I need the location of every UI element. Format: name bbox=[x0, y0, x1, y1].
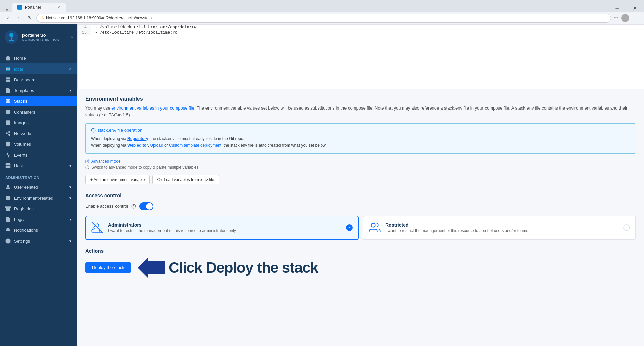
restricted-radio[interactable] bbox=[623, 224, 630, 231]
sidebar-item-events[interactable]: Events bbox=[0, 149, 77, 160]
restricted-card[interactable]: Restricted I want to restrict the manage… bbox=[363, 216, 636, 240]
access-control-toggle[interactable] bbox=[139, 202, 153, 210]
stacks-icon bbox=[5, 98, 11, 104]
arrow-left-icon bbox=[138, 258, 165, 278]
logs-chevron-icon: ▼ bbox=[68, 218, 72, 221]
sidebar-item-env-related[interactable]: Environment-related ▼ bbox=[0, 192, 77, 203]
sidebar-item-logs-label: Logs bbox=[14, 217, 24, 222]
svg-point-1 bbox=[9, 33, 13, 37]
sidebar-item-home[interactable]: Home bbox=[0, 53, 77, 63]
browser-tab[interactable]: Portainer ✕ bbox=[12, 3, 66, 12]
bookmark-icon[interactable]: ☆ bbox=[614, 15, 618, 21]
line-number-15: 15 bbox=[78, 30, 91, 35]
minimize-button[interactable]: ─ bbox=[613, 4, 621, 12]
settings-chevron-icon: ▼ bbox=[68, 239, 72, 243]
svg-rect-8 bbox=[8, 80, 10, 82]
user-related-chevron-icon: ▼ bbox=[68, 185, 72, 189]
env-variables-title: Environment variables bbox=[85, 96, 636, 102]
host-icon bbox=[5, 163, 11, 168]
actions-section: Actions Deploy the stack Click Deploy th… bbox=[85, 248, 636, 278]
access-control-toggle-row: Enable access control bbox=[85, 202, 636, 210]
svg-point-18 bbox=[6, 133, 7, 134]
svg-point-17 bbox=[9, 131, 10, 132]
reload-button[interactable]: ↻ bbox=[26, 14, 34, 22]
info-box-content: When deploying via Repository, the stack… bbox=[91, 135, 630, 149]
security-label: Not secure bbox=[46, 16, 65, 20]
sidebar-item-networks[interactable]: Networks bbox=[0, 128, 77, 139]
info-box-title: stack.env file operation bbox=[91, 128, 630, 133]
sidebar-item-networks-label: Networks bbox=[14, 131, 32, 136]
sidebar-item-registries[interactable]: Registries bbox=[0, 203, 77, 214]
menu-button[interactable]: ⋮ bbox=[632, 14, 640, 22]
svg-rect-24 bbox=[6, 166, 10, 168]
templates-icon bbox=[5, 88, 11, 93]
sidebar-item-templates[interactable]: Templates ▼ bbox=[0, 85, 77, 96]
home-icon bbox=[5, 55, 11, 61]
code-line-14: 14 - /volume1/docker/i-librarian:/app/da… bbox=[78, 25, 644, 30]
svg-point-43 bbox=[371, 223, 375, 227]
line-content-14: - /volume1/docker/i-librarian:/app/data:… bbox=[91, 25, 196, 30]
tab-close-icon[interactable]: ✕ bbox=[57, 5, 60, 10]
custom-template-link[interactable]: Custom template deployment bbox=[169, 143, 221, 148]
back-button[interactable]: ‹ bbox=[4, 14, 12, 22]
restricted-card-icon bbox=[369, 222, 381, 234]
sidebar-item-settings[interactable]: Settings ▼ bbox=[0, 235, 77, 246]
portainer-logo-icon bbox=[4, 30, 19, 44]
sidebar-navigation: Home local ✕ Dashboard Templates ▼ bbox=[0, 50, 77, 346]
sidebar-item-stacks[interactable]: Stacks bbox=[0, 96, 77, 106]
deploy-stack-button[interactable]: Deploy the stack bbox=[85, 262, 131, 273]
forward-button[interactable]: › bbox=[15, 14, 23, 22]
click-deploy-text: Click Deploy the stack bbox=[169, 259, 318, 276]
sidebar-logo: portainer.io COMMUNITY EDITION « bbox=[0, 24, 77, 50]
info-line-2: When deploying via Web editor, Upload or… bbox=[91, 142, 630, 149]
host-chevron-icon: ▼ bbox=[68, 164, 72, 168]
advanced-mode-toggle[interactable]: Advanced mode bbox=[85, 159, 636, 164]
restricted-card-desc: I want to restrict the management of thi… bbox=[385, 228, 528, 233]
env-close-icon[interactable]: ✕ bbox=[68, 67, 72, 71]
env-variables-link[interactable]: environment variables in your compose fi… bbox=[111, 105, 194, 111]
administrators-card-icon bbox=[91, 222, 103, 234]
svg-point-16 bbox=[7, 122, 8, 122]
repository-link[interactable]: Repository bbox=[127, 136, 148, 141]
administrators-radio-checked[interactable]: ✓ bbox=[346, 224, 353, 231]
administrators-card-desc: I want to restrict the management of thi… bbox=[108, 228, 236, 233]
load-env-file-button[interactable]: Load variables from .env file bbox=[152, 175, 219, 184]
profile-avatar[interactable] bbox=[621, 14, 629, 22]
main-content-area: 14 - /volume1/docker/i-librarian:/app/da… bbox=[77, 24, 644, 346]
events-icon bbox=[5, 152, 11, 158]
add-env-variable-button[interactable]: + Add an environment variable bbox=[85, 175, 150, 184]
sidebar-item-notifications[interactable]: Notifications bbox=[0, 225, 77, 235]
sidebar-item-home-label: Home bbox=[14, 56, 26, 61]
sidebar-item-user-related[interactable]: User-related ▼ bbox=[0, 182, 77, 192]
user-related-icon bbox=[5, 184, 11, 190]
sidebar-item-volumes[interactable]: Volumes bbox=[0, 139, 77, 149]
upload-link[interactable]: Upload bbox=[150, 143, 163, 148]
administrators-card[interactable]: Administrators I want to restrict the ma… bbox=[85, 216, 359, 240]
restricted-card-title: Restricted bbox=[385, 222, 528, 228]
url-text: 192.168.1.18:9000/#!/2/docker/stacks/new… bbox=[67, 16, 153, 20]
browser-tabs: ▼ Portainer ✕ ─ □ ✕ bbox=[0, 0, 644, 12]
sidebar-item-user-related-label: User-related bbox=[14, 185, 38, 190]
containers-icon bbox=[5, 109, 11, 115]
restore-button[interactable]: □ bbox=[622, 4, 630, 12]
sidebar-item-dashboard[interactable]: Dashboard bbox=[0, 74, 77, 85]
sidebar-item-events-label: Events bbox=[14, 153, 28, 158]
logo-text-block: portainer.io COMMUNITY EDITION bbox=[22, 33, 59, 41]
sidebar-item-settings-label: Settings bbox=[14, 239, 30, 244]
svg-rect-23 bbox=[6, 163, 10, 165]
sidebar-item-host[interactable]: Host ▼ bbox=[0, 160, 77, 171]
web-editor-link[interactable]: Web editor bbox=[127, 143, 148, 148]
sidebar-item-containers[interactable]: Containers bbox=[0, 106, 77, 117]
logs-icon bbox=[5, 217, 11, 222]
restricted-card-info: Restricted I want to restrict the manage… bbox=[385, 222, 528, 233]
upload-icon bbox=[157, 178, 162, 182]
sidebar-env-item[interactable]: local ✕ bbox=[0, 63, 77, 74]
svg-rect-6 bbox=[6, 78, 8, 79]
advanced-mode-sub: Switch to advanced mode to copy & paste … bbox=[85, 165, 636, 170]
close-button[interactable]: ✕ bbox=[631, 4, 639, 12]
sidebar-item-logs[interactable]: Logs ▼ bbox=[0, 214, 77, 225]
sidebar-collapse-button[interactable]: « bbox=[71, 34, 73, 40]
sidebar-item-images[interactable]: Images bbox=[0, 117, 77, 128]
address-bar[interactable]: ⚠ Not secure 192.168.1.18:9000/#!/2/dock… bbox=[36, 14, 611, 23]
line-number-14: 14 bbox=[78, 25, 91, 30]
